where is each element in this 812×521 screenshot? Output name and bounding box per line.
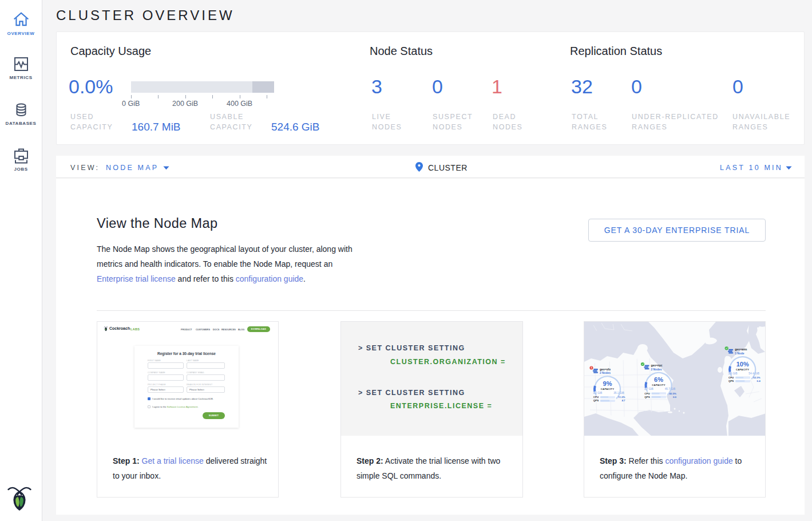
svg-text:52.3%: 52.3%: [753, 376, 760, 379]
svg-text:3.6 GiB: 3.6 GiB: [728, 372, 737, 375]
svg-text:2 Nodes: 2 Nodes: [651, 368, 662, 371]
svg-text:QPS: QPS: [728, 380, 734, 382]
svg-text:9%: 9%: [603, 380, 612, 387]
svg-text:QPS: QPS: [593, 399, 599, 402]
svg-text:0.4: 0.4: [757, 380, 761, 382]
svg-text:42.5%: 42.5%: [670, 392, 677, 395]
svg-text:geo=nyc: geo=nyc: [651, 364, 663, 367]
svg-text:3.2 GiB: 3.2 GiB: [593, 392, 602, 394]
svg-text:CPU: CPU: [644, 392, 649, 395]
svg-text:1 Node: 1 Node: [735, 352, 744, 355]
svg-text:geo=sfo: geo=sfo: [600, 368, 611, 371]
svg-text:2 Nodes: 2 Nodes: [600, 372, 611, 374]
svg-text:35.1 GiB: 35.1 GiB: [613, 392, 624, 394]
svg-text:10%: 10%: [736, 361, 749, 368]
svg-text:geo=ams: geo=ams: [735, 348, 747, 351]
svg-text:CPU: CPU: [728, 376, 734, 379]
svg-text:4.7: 4.7: [621, 399, 625, 402]
svg-text:CAPACITY: CAPACITY: [652, 384, 666, 386]
svg-text:CPU: CPU: [593, 396, 599, 398]
svg-text:54.4 GiB: 54.4 GiB: [748, 372, 759, 375]
svg-text:45.7 GiB: 45.7 GiB: [665, 388, 676, 390]
svg-text:CAPACITY: CAPACITY: [601, 388, 615, 390]
svg-text:CAPACITY: CAPACITY: [736, 368, 750, 371]
svg-text:6%: 6%: [654, 376, 663, 383]
svg-text:QPS: QPS: [644, 396, 649, 398]
svg-text:11.0%: 11.0%: [618, 396, 625, 398]
svg-text:3.7 GiB: 3.7 GiB: [644, 388, 653, 390]
svg-text:0.0: 0.0: [673, 396, 677, 398]
